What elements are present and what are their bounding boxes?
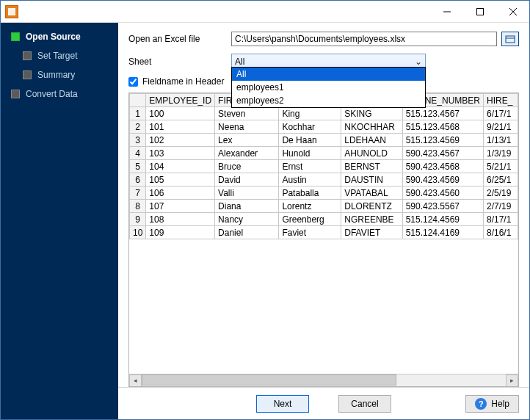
table-cell[interactable]: Neena	[215, 120, 279, 134]
sheet-option-employees1[interactable]: employees1	[232, 81, 425, 94]
maximize-button[interactable]	[463, 1, 496, 22]
row-number-cell: 7	[130, 187, 146, 200]
minimize-button[interactable]	[430, 1, 463, 22]
table-cell[interactable]: 1/3/19	[484, 147, 518, 160]
table-row[interactable]: 4103AlexanderHunoldAHUNOLD590.423.45671/…	[130, 147, 518, 160]
table-row[interactable]: 6105DavidAustinDAUSTIN590.423.45696/25/1	[130, 173, 518, 187]
table-row[interactable]: 10109DanielFavietDFAVIET515.124.41698/16…	[130, 226, 518, 239]
scroll-track[interactable]	[142, 374, 506, 387]
table-row[interactable]: 3102LexDe HaanLDEHAAN515.123.45691/13/1	[130, 134, 518, 147]
table-cell[interactable]: 515.123.4568	[402, 120, 483, 134]
table-cell[interactable]: 590.423.4568	[402, 160, 483, 173]
titlebar	[1, 1, 529, 23]
sheet-option-all[interactable]: All	[232, 68, 425, 81]
next-button[interactable]: Next	[256, 395, 309, 413]
table-cell[interactable]: 104	[146, 160, 215, 173]
table-cell[interactable]: NGREENBE	[341, 213, 402, 226]
table-cell[interactable]: Ernst	[279, 160, 341, 173]
table-cell[interactable]: De Haan	[279, 134, 341, 147]
table-cell[interactable]: Nancy	[215, 213, 279, 226]
table-cell[interactable]: 8/16/1	[484, 226, 518, 239]
svg-rect-4	[506, 36, 515, 43]
table-cell[interactable]: Daniel	[215, 226, 279, 239]
column-header[interactable]: EMPLOYEE_ID	[146, 94, 215, 107]
table-cell[interactable]: 101	[146, 120, 215, 134]
table-cell[interactable]: 106	[146, 187, 215, 200]
table-cell[interactable]: Bruce	[215, 160, 279, 173]
table-cell[interactable]: 105	[146, 173, 215, 187]
wizard-step-set-target[interactable]: Set Target	[1, 46, 118, 65]
table-cell[interactable]: DFAVIET	[341, 226, 402, 239]
table-cell[interactable]: 6/25/1	[484, 173, 518, 187]
table-cell[interactable]: 515.123.4569	[402, 134, 483, 147]
table-cell[interactable]: David	[215, 173, 279, 187]
table-cell[interactable]: 2/5/19	[484, 187, 518, 200]
table-cell[interactable]: VPATABAL	[341, 187, 402, 200]
table-cell[interactable]: DAUSTIN	[341, 173, 402, 187]
table-cell[interactable]: 103	[146, 147, 215, 160]
table-cell[interactable]: 515.124.4169	[402, 226, 483, 239]
table-cell[interactable]: Greenberg	[279, 213, 341, 226]
column-header[interactable]: HIRE_	[484, 94, 518, 107]
table-cell[interactable]: 8/17/1	[484, 213, 518, 226]
close-button[interactable]	[496, 1, 529, 22]
table-row[interactable]: 7106ValliPataballaVPATABAL590.423.45602/…	[130, 187, 518, 200]
table-cell[interactable]: 9/21/1	[484, 120, 518, 134]
table-row[interactable]: 5104BruceErnstBERNST590.423.45685/21/1	[130, 160, 518, 173]
fieldname-checkbox[interactable]	[128, 77, 138, 87]
table-cell[interactable]: 590.423.4567	[402, 147, 483, 160]
table-cell[interactable]: Faviet	[279, 226, 341, 239]
sheet-option-employees2[interactable]: employees2	[232, 94, 425, 107]
table-cell[interactable]: Steven	[215, 107, 279, 120]
file-path-input[interactable]	[231, 32, 497, 46]
wizard-step-open-source[interactable]: Open Source	[1, 27, 118, 46]
table-cell[interactable]: 2/7/19	[484, 200, 518, 213]
table-cell[interactable]: Kochhar	[279, 120, 341, 134]
table-cell[interactable]: 109	[146, 226, 215, 239]
table-row[interactable]: 8107DianaLorentzDLORENTZ590.423.55672/7/…	[130, 200, 518, 213]
help-button[interactable]: ? Help	[465, 395, 519, 413]
table-cell[interactable]: NKOCHHAR	[341, 120, 402, 134]
table-cell[interactable]: 6/17/1	[484, 107, 518, 120]
table-row[interactable]: 9108NancyGreenbergNGREENBE515.124.45698/…	[130, 213, 518, 226]
table-cell[interactable]: Lex	[215, 134, 279, 147]
table-cell[interactable]: 590.423.4560	[402, 187, 483, 200]
table-cell[interactable]: 100	[146, 107, 215, 120]
scroll-left-arrow[interactable]: ◂	[129, 374, 142, 387]
table-cell[interactable]: 108	[146, 213, 215, 226]
table-cell[interactable]: Valli	[215, 187, 279, 200]
table-row[interactable]: 1100StevenKingSKING515.123.45676/17/1	[130, 107, 518, 120]
step-label: Summary	[37, 70, 75, 80]
form-area: Open an Excel file Sheet All ⌄ Allemploy…	[118, 23, 529, 90]
table-cell[interactable]: AHUNOLD	[341, 147, 402, 160]
table-cell[interactable]: LDEHAAN	[341, 134, 402, 147]
horizontal-scrollbar[interactable]: ◂ ▸	[129, 374, 518, 386]
chevron-down-icon: ⌄	[415, 57, 422, 67]
table-cell[interactable]: 590.423.5567	[402, 200, 483, 213]
table-cell[interactable]: Austin	[279, 173, 341, 187]
table-cell[interactable]: Alexander	[215, 147, 279, 160]
wizard-step-summary[interactable]: Summary	[1, 65, 118, 84]
table-cell[interactable]: King	[279, 107, 341, 120]
table-row[interactable]: 2101NeenaKochharNKOCHHAR515.123.45689/21…	[130, 120, 518, 134]
table-cell[interactable]: SKING	[341, 107, 402, 120]
table-cell[interactable]: 5/21/1	[484, 160, 518, 173]
scroll-right-arrow[interactable]: ▸	[506, 374, 518, 387]
table-cell[interactable]: 1/13/1	[484, 134, 518, 147]
table-cell[interactable]: 515.124.4569	[402, 213, 483, 226]
scroll-thumb[interactable]	[142, 374, 396, 385]
table-cell[interactable]: Lorentz	[279, 200, 341, 213]
browse-button[interactable]	[501, 32, 519, 46]
table-cell[interactable]: 590.423.4569	[402, 173, 483, 187]
table-cell[interactable]: 102	[146, 134, 215, 147]
table-cell[interactable]: Diana	[215, 200, 279, 213]
table-cell[interactable]: Hunold	[279, 147, 341, 160]
cancel-button[interactable]: Cancel	[338, 395, 391, 413]
sheet-dropdown-list[interactable]: Allemployees1employees2	[231, 67, 426, 108]
table-cell[interactable]: DLORENTZ	[341, 200, 402, 213]
wizard-step-convert-data[interactable]: Convert Data	[1, 84, 118, 104]
table-cell[interactable]: 515.123.4567	[402, 107, 483, 120]
table-cell[interactable]: BERNST	[341, 160, 402, 173]
table-cell[interactable]: Pataballa	[279, 187, 341, 200]
table-cell[interactable]: 107	[146, 200, 215, 213]
